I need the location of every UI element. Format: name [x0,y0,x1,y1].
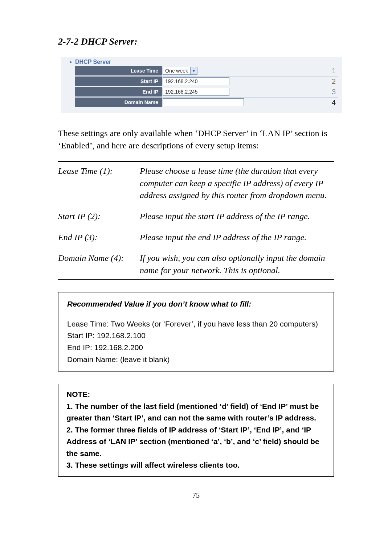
recommended-line: Domain Name: (leave it blank) [67,354,326,366]
definition-row: Lease Time (1): Please choose a lease ti… [58,165,334,202]
domain-name-input[interactable] [163,98,244,106]
note-title: NOTE: [66,389,326,401]
note-line: 2. The former three fields of IP address… [66,424,326,460]
dhcp-rows: Lease Time One week ▼ 1 Start IP 192.168… [65,66,338,107]
recommended-line: End IP: 192.168.2.200 [67,342,326,354]
def-term-domain-name: Domain Name (4): [58,252,140,276]
definitions-block: Lease Time (1): Please choose a lease ti… [58,161,334,280]
label-lease-time: Lease Time [75,66,162,75]
lease-time-value: One week [163,67,190,74]
def-term-end-ip: End IP (3): [58,231,140,244]
def-desc-start-ip: Please input the start IP address of the… [140,210,334,223]
label-start-ip: Start IP [75,77,162,86]
row-start-ip: Start IP 192.168.2.240 2 [75,76,338,86]
def-term-start-ip: Start IP (2): [58,210,140,223]
section-heading: 2-7-2 DHCP Server: [54,36,338,47]
def-term-lease-time: Lease Time (1): [58,165,140,202]
page-number: 75 [54,491,338,500]
recommended-line: Start IP: 192.168.2.100 [67,330,326,342]
document-page: 2-7-2 DHCP Server: DHCP Server Lease Tim… [0,0,392,554]
chevron-down-icon[interactable]: ▼ [190,67,197,74]
divider [58,161,334,162]
intro-paragraph: These settings are only available when ‘… [58,127,338,152]
dhcp-panel: DHCP Server Lease Time One week ▼ 1 Star… [61,57,342,113]
row-lease-time: Lease Time One week ▼ 1 [75,66,338,75]
dhcp-panel-title: DHCP Server [75,59,111,65]
definition-row: Start IP (2): Please input the start IP … [58,210,334,223]
note-box: NOTE: 1. The number of the last field (m… [58,384,334,477]
label-domain-name: Domain Name [75,98,162,107]
note-line: 3. These settings will affect wireless c… [66,459,326,471]
row-domain-name: Domain Name 4 [75,97,338,107]
lease-time-select[interactable]: One week ▼ [163,67,197,75]
bullet-icon [70,61,72,63]
dhcp-panel-header: DHCP Server [70,59,338,65]
def-desc-end-ip: Please input the end IP address of the I… [140,231,334,244]
def-desc-lease-time: Please choose a lease time (the duration… [140,165,334,202]
definition-row: Domain Name (4): If you wish, you can al… [58,252,334,276]
label-end-ip: End IP [75,87,162,97]
divider [58,279,334,280]
recommended-box: Recommended Value if you don’t know what… [58,292,334,372]
row-end-ip: End IP 192.168.2.245 3 [75,87,338,97]
row-number-3: 3 [332,88,336,96]
row-number-1: 1 [332,67,336,75]
end-ip-input[interactable]: 192.168.2.245 [163,88,229,96]
recommended-line: Lease Time: Two Weeks (or ‘Forever’, if … [67,318,326,330]
recommended-title: Recommended Value if you don’t know what… [67,298,326,310]
start-ip-input[interactable]: 192.168.2.240 [163,77,229,85]
note-line: 1. The number of the last field (mention… [66,401,326,424]
row-number-2: 2 [332,77,336,86]
definition-row: End IP (3): Please input the end IP addr… [58,231,334,244]
row-number-4: 4 [332,98,336,107]
def-desc-domain-name: If you wish, you can also optionally inp… [140,252,334,276]
